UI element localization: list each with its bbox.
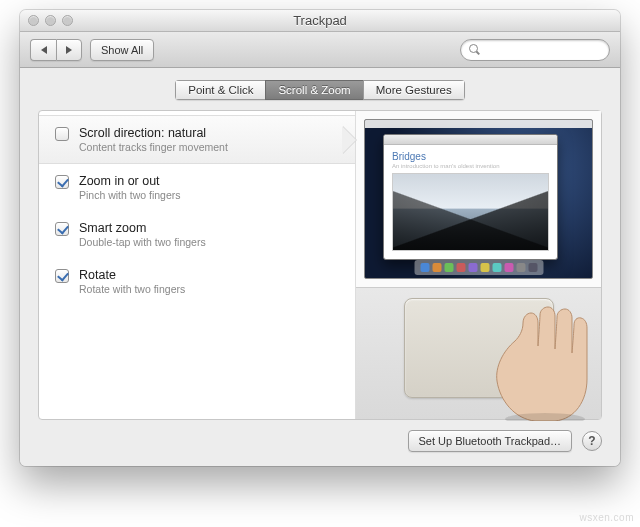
option-rotate[interactable]: Rotate Rotate with two fingers	[39, 258, 355, 305]
option-title: Smart zoom	[79, 221, 206, 235]
checkbox-zoom[interactable]	[55, 175, 69, 189]
tab-point-click[interactable]: Point & Click	[175, 80, 265, 100]
close-icon[interactable]	[28, 15, 39, 26]
checkbox-rotate[interactable]	[55, 269, 69, 283]
preview-photo	[392, 173, 549, 251]
checkbox-scroll-direction[interactable]	[55, 127, 69, 141]
tab-scroll-zoom[interactable]: Scroll & Zoom	[265, 80, 362, 100]
preview-trackpad-area	[356, 287, 601, 419]
search-field[interactable]	[460, 39, 610, 61]
settings-panel: Scroll direction: natural Content tracks…	[38, 110, 602, 420]
content-area: Point & Click Scroll & Zoom More Gesture…	[20, 68, 620, 466]
forward-button[interactable]	[56, 39, 82, 61]
checkbox-smart-zoom[interactable]	[55, 222, 69, 236]
preview-dock	[414, 260, 543, 275]
option-subtitle: Pinch with two fingers	[79, 189, 181, 201]
zoom-icon[interactable]	[62, 15, 73, 26]
setup-bluetooth-button[interactable]: Set Up Bluetooth Trackpad…	[408, 430, 572, 452]
option-title: Rotate	[79, 268, 185, 282]
preview-browser-window: Bridges An introduction to man's oldest …	[383, 134, 558, 260]
option-subtitle: Content tracks finger movement	[79, 141, 228, 153]
hand-icon	[445, 301, 595, 421]
window-title: Trackpad	[20, 13, 620, 28]
back-button[interactable]	[30, 39, 56, 61]
preferences-window: Trackpad Show All Point & Click Scroll &…	[20, 10, 620, 466]
search-input[interactable]	[484, 43, 601, 57]
traffic-lights	[28, 15, 73, 26]
tab-more-gestures[interactable]: More Gestures	[363, 80, 465, 100]
nav-segment	[30, 39, 82, 61]
footer: Set Up Bluetooth Trackpad… ?	[38, 430, 602, 452]
gesture-preview: Bridges An introduction to man's oldest …	[355, 111, 601, 419]
option-scroll-direction[interactable]: Scroll direction: natural Content tracks…	[39, 115, 355, 164]
search-icon	[469, 44, 479, 55]
options-list: Scroll direction: natural Content tracks…	[39, 111, 355, 419]
help-button[interactable]: ?	[582, 431, 602, 451]
toolbar: Show All	[20, 32, 620, 68]
tabs: Point & Click Scroll & Zoom More Gesture…	[38, 80, 602, 100]
show-all-button[interactable]: Show All	[90, 39, 154, 61]
option-title: Scroll direction: natural	[79, 126, 228, 140]
option-subtitle: Double-tap with two fingers	[79, 236, 206, 248]
option-smart-zoom[interactable]: Smart zoom Double-tap with two fingers	[39, 211, 355, 258]
minimize-icon[interactable]	[45, 15, 56, 26]
titlebar: Trackpad	[20, 10, 620, 32]
watermark: wsxen.com	[579, 512, 634, 523]
chevron-right-icon	[66, 46, 72, 54]
preview-page-heading: Bridges	[392, 151, 549, 162]
chevron-left-icon	[41, 46, 47, 54]
option-subtitle: Rotate with two fingers	[79, 283, 185, 295]
preview-screen: Bridges An introduction to man's oldest …	[364, 119, 593, 279]
option-title: Zoom in or out	[79, 174, 181, 188]
preview-menubar	[365, 120, 592, 128]
preview-page-sub: An introduction to man's oldest inventio…	[392, 163, 549, 169]
option-zoom[interactable]: Zoom in or out Pinch with two fingers	[39, 164, 355, 211]
